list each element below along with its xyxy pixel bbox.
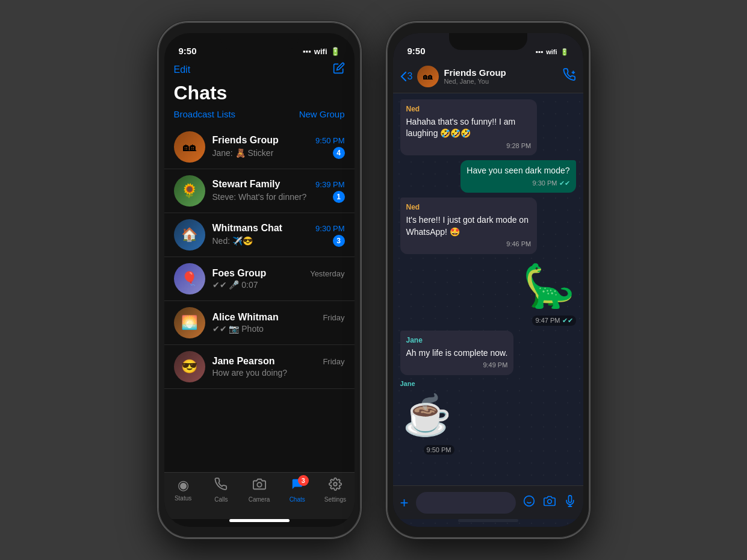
battery-icon: 🔋 bbox=[330, 47, 340, 56]
avatar-foes: 🎈 bbox=[174, 263, 205, 294]
svg-point-1 bbox=[333, 482, 337, 486]
tab-calls[interactable]: Calls bbox=[202, 478, 240, 503]
header-name: Friends Group bbox=[444, 67, 557, 78]
call-button[interactable] bbox=[563, 68, 576, 84]
header-sub: Ned, Jane, You bbox=[444, 78, 557, 85]
signal-icon-detail: ▪▪▪ bbox=[535, 48, 543, 56]
tab-camera[interactable]: Camera bbox=[240, 478, 278, 503]
wifi-icon: wifi bbox=[314, 47, 327, 56]
add-attachment-button[interactable]: + bbox=[400, 494, 409, 511]
compose-icon[interactable] bbox=[333, 62, 345, 77]
sticker-dino: 🦕 9:47 PM ✔✔ bbox=[522, 259, 576, 326]
chat-info-jane: Jane Pearson Friday How are you doing? bbox=[212, 356, 345, 378]
status-time-detail: 9:50 bbox=[408, 46, 426, 56]
chat-badge-whitmans: 3 bbox=[333, 235, 345, 247]
chat-item-friends[interactable]: 🏘 Friends Group 9:50 PM Jane: 🧸 Sticker … bbox=[164, 125, 355, 169]
chat-time-jane: Friday bbox=[323, 357, 344, 366]
avatar-friends: 🏘 bbox=[174, 131, 205, 163]
msg-time-jane-1: 9:49 PM bbox=[406, 361, 508, 370]
avatar-alice: 🌅 bbox=[174, 307, 205, 338]
message-input[interactable] bbox=[416, 492, 516, 514]
msg-sent-1: Have you seen dark mode? 9:30 PM ✔✔ bbox=[460, 160, 575, 193]
chat-preview-whitmans: Ned: ✈️😎 bbox=[212, 236, 253, 246]
msg-jane-1: Jane Ah my life is complete now. 9:49 PM bbox=[400, 331, 514, 375]
settings-label: Settings bbox=[324, 496, 346, 503]
msg-text-sent-1: Have you seen dark mode? bbox=[466, 165, 569, 177]
avatar-stewart: 🌻 bbox=[174, 175, 205, 207]
svg-point-7 bbox=[547, 500, 551, 504]
edit-button[interactable]: Edit bbox=[174, 64, 191, 75]
chat-info-whitmans: Whitmans Chat 9:30 PM Ned: ✈️😎 3 bbox=[212, 223, 345, 247]
home-indicator bbox=[229, 519, 290, 522]
chat-item-foes[interactable]: 🎈 Foes Group Yesterday ✔✔ 🎤 0:07 bbox=[164, 257, 355, 301]
chat-preview-stewart: Steve: What's for dinner? bbox=[212, 192, 307, 202]
msg-ned-1: Ned Hahaha that's so funny!! I am laughi… bbox=[400, 99, 538, 155]
phone-chats: 9:50 ▪▪▪ wifi 🔋 Edit Chats bbox=[157, 21, 362, 539]
header-info: Friends Group Ned, Jane, You bbox=[444, 67, 557, 85]
notch bbox=[220, 33, 299, 50]
sticker-dino-time: 9:47 PM ✔✔ bbox=[532, 316, 575, 326]
avatar-whitmans: 🏠 bbox=[174, 219, 205, 250]
chats-tab-label: Chats bbox=[290, 496, 305, 503]
chat-name-friends: Friends Group bbox=[212, 135, 279, 146]
msg-sender-ned-1: Ned bbox=[406, 104, 532, 114]
sticker-button[interactable] bbox=[523, 495, 535, 510]
signal-icon: ▪▪▪ bbox=[303, 47, 311, 56]
back-button[interactable]: 3 bbox=[400, 71, 413, 82]
back-count: 3 bbox=[408, 71, 413, 82]
chat-time-alice: Friday bbox=[323, 313, 344, 322]
input-icons bbox=[523, 495, 576, 510]
chat-time-foes: Yesterday bbox=[310, 269, 344, 278]
chat-badge-friends: 4 bbox=[333, 147, 345, 159]
msg-sender-ned-2: Ned bbox=[406, 202, 532, 213]
chat-item-jane[interactable]: 😎 Jane Pearson Friday How are you doing? bbox=[164, 345, 355, 389]
tab-bar: ◉ Status Calls bbox=[164, 472, 355, 519]
wifi-icon-detail: wifi bbox=[546, 48, 557, 55]
phone-chat-detail: 9:50 ▪▪▪ wifi 🔋 3 🏘 Friends Gr bbox=[386, 21, 590, 539]
msg-time-sent-1: 9:30 PM ✔✔ bbox=[466, 179, 569, 188]
chat-info-friends: Friends Group 9:50 PM Jane: 🧸 Sticker 4 bbox=[212, 135, 345, 159]
msg-text-ned-2: It's here!! I just got dark mode on What… bbox=[406, 214, 532, 238]
chat-name-stewart: Stewart Family bbox=[212, 179, 281, 190]
chat-name-foes: Foes Group bbox=[212, 268, 267, 279]
sticker-dino-img: 🦕 bbox=[522, 259, 576, 313]
chats-nav: Edit bbox=[164, 60, 355, 82]
msg-ticks-sent-1: ✔✔ bbox=[559, 179, 570, 187]
chat-info-alice: Alice Whitman Friday ✔✔ 📷 Photo bbox=[212, 312, 345, 334]
chat-badge-stewart: 1 bbox=[333, 191, 345, 203]
tab-settings[interactable]: Settings bbox=[316, 478, 354, 503]
camera-icon bbox=[253, 478, 266, 494]
msg-sender-jane-1: Jane bbox=[406, 335, 508, 346]
calls-icon bbox=[214, 478, 228, 494]
msg-ned-2: Ned It's here!! I just got dark mode on … bbox=[400, 198, 538, 254]
chat-time-friends: 9:50 PM bbox=[315, 136, 344, 145]
chat-name-jane: Jane Pearson bbox=[212, 356, 275, 367]
new-group-link[interactable]: New Group bbox=[299, 109, 345, 119]
status-icons: ▪▪▪ wifi 🔋 bbox=[303, 47, 340, 56]
tab-status[interactable]: ◉ Status bbox=[164, 478, 202, 502]
chat-time-stewart: 9:39 PM bbox=[315, 180, 344, 189]
svg-point-4 bbox=[524, 496, 534, 506]
tab-chats[interactable]: 3 Chats bbox=[278, 478, 316, 503]
chat-name-whitmans: Whitmans Chat bbox=[212, 223, 282, 234]
msg-time-ned-2: 9:46 PM bbox=[406, 240, 532, 249]
chat-item-whitmans[interactable]: 🏠 Whitmans Chat 9:30 PM Ned: ✈️😎 3 bbox=[164, 213, 355, 257]
status-icons-detail: ▪▪▪ wifi 🔋 bbox=[535, 48, 568, 56]
chat-item-stewart[interactable]: 🌻 Stewart Family 9:39 PM Steve: What's f… bbox=[164, 169, 355, 213]
sticker-coffee-sender: Jane bbox=[400, 380, 415, 387]
msg-time-ned-1: 9:28 PM bbox=[406, 142, 532, 151]
chat-info-stewart: Stewart Family 9:39 PM Steve: What's for… bbox=[212, 179, 345, 203]
broadcast-lists-link[interactable]: Broadcast Lists bbox=[174, 109, 236, 119]
notch-detail bbox=[449, 33, 527, 50]
chat-preview-foes: ✔✔ 🎤 0:07 bbox=[212, 280, 258, 290]
sticker-coffee: Jane ☕ 9:50 PM bbox=[400, 380, 454, 455]
chats-actions: Broadcast Lists New Group bbox=[164, 109, 355, 125]
status-icon: ◉ bbox=[178, 478, 189, 493]
camera-input-button[interactable] bbox=[544, 495, 556, 510]
chat-name-alice: Alice Whitman bbox=[212, 312, 279, 323]
chat-item-alice[interactable]: 🌅 Alice Whitman Friday ✔✔ 📷 Photo bbox=[164, 301, 355, 345]
chat-preview-jane: How are you doing? bbox=[212, 368, 288, 378]
camera-label: Camera bbox=[249, 496, 270, 503]
sticker-coffee-time: 9:50 PM bbox=[424, 445, 454, 455]
mic-button[interactable] bbox=[564, 495, 576, 510]
